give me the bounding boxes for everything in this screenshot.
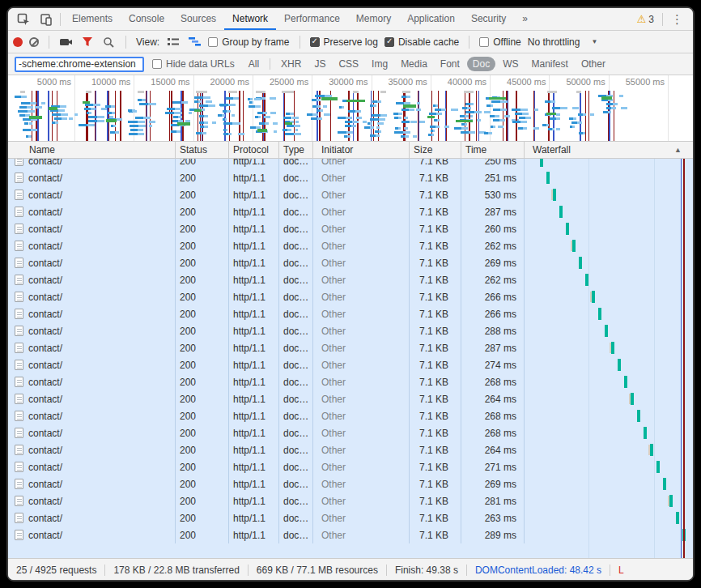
table-row[interactable]: contact/200http/1.1doc…Other7.1 KB266 ms — [8, 288, 693, 305]
filter-pill-img[interactable]: Img — [366, 57, 393, 71]
waterfall-bar — [644, 427, 647, 439]
devtools-menu-icon[interactable]: ⋮ — [666, 12, 688, 27]
table-row[interactable]: contact/200http/1.1doc…Other7.1 KB262 ms — [8, 271, 693, 288]
tab-performance[interactable]: Performance — [276, 8, 348, 30]
table-row[interactable]: contact/200http/1.1doc…Other7.1 KB530 ms — [8, 186, 693, 203]
table-row[interactable]: contact/200http/1.1doc…Other7.1 KB269 ms — [8, 254, 693, 271]
tab-application[interactable]: Application — [399, 8, 463, 30]
tab-memory[interactable]: Memory — [348, 8, 399, 30]
search-icon[interactable] — [101, 35, 116, 49]
tab-elements[interactable]: Elements — [64, 8, 121, 30]
tab-network[interactable]: Network — [224, 8, 276, 30]
filter-input[interactable] — [15, 57, 144, 72]
cell-waterfall — [525, 509, 693, 526]
filter-pill-js[interactable]: JS — [308, 57, 331, 71]
clear-network-log-icon[interactable] — [29, 37, 39, 47]
cell-protocol: http/1.1 — [229, 322, 279, 339]
table-row[interactable]: contact/200http/1.1doc…Other7.1 KB263 ms — [8, 509, 693, 526]
column-header-status[interactable]: Status — [176, 142, 229, 158]
disable-cache-checkbox[interactable]: Disable cache — [384, 36, 459, 48]
table-row[interactable]: contact/200http/1.1doc…Other7.1 KB262 ms — [8, 237, 693, 254]
table-row[interactable]: contact/200http/1.1doc…Other7.1 KB271 ms — [8, 458, 693, 475]
table-row[interactable]: contact/200http/1.1doc…Other7.1 KB268 ms — [8, 407, 693, 424]
table-row[interactable]: contact/200http/1.1doc…Other7.1 KB287 ms — [8, 203, 693, 220]
cell-name: contact/ — [8, 509, 176, 526]
filter-pill-xhr[interactable]: XHR — [275, 57, 307, 71]
tab-console[interactable]: Console — [121, 8, 172, 30]
document-icon — [15, 530, 23, 540]
cell-time: 260 ms — [461, 220, 525, 237]
column-header-type[interactable]: Type — [279, 142, 313, 158]
cell-type: doc… — [279, 509, 313, 526]
table-row[interactable]: contact/200http/1.1doc…Other7.1 KB269 ms — [8, 475, 693, 492]
table-row[interactable]: contact/200http/1.1doc…Other7.1 KB251 ms — [8, 169, 693, 186]
capture-screenshots-icon[interactable] — [59, 35, 74, 49]
record-network-log-button[interactable] — [13, 37, 23, 47]
table-row[interactable]: contact/200http/1.1doc…Other7.1 KB281 ms — [8, 492, 693, 509]
cell-status: 200 — [176, 475, 229, 492]
column-header-size[interactable]: Size — [410, 142, 461, 158]
table-row[interactable]: contact/200http/1.1doc…Other7.1 KB268 ms — [8, 373, 693, 390]
cell-protocol: http/1.1 — [229, 458, 279, 475]
tab-[interactable]: » — [514, 8, 536, 30]
cell-protocol: http/1.1 — [229, 407, 279, 424]
cell-waterfall — [525, 288, 693, 305]
cell-size: 7.1 KB — [410, 203, 461, 220]
table-row[interactable]: contact/200http/1.1doc…Other7.1 KB264 ms — [8, 441, 693, 458]
filter-pill-all[interactable]: All — [243, 57, 265, 71]
request-name: contact/ — [28, 462, 62, 473]
waterfall-bar — [598, 308, 601, 320]
view-list-icon[interactable] — [166, 35, 181, 49]
filter-pill-media[interactable]: Media — [395, 57, 433, 71]
cell-status: 200 — [176, 441, 229, 458]
cell-time: 266 ms — [461, 288, 525, 305]
group-by-frame-checkbox[interactable]: Group by frame — [208, 36, 289, 48]
tab-sources[interactable]: Sources — [172, 8, 224, 30]
table-row[interactable]: contact/200http/1.1doc…Other7.1 KB268 ms — [8, 424, 693, 441]
table-row[interactable]: contact/200http/1.1doc…Other7.1 KB250 ms — [8, 159, 693, 169]
network-overview[interactable]: 5000 ms10000 ms15000 ms20000 ms25000 ms3… — [8, 75, 693, 142]
filter-pill-css[interactable]: CSS — [333, 57, 364, 71]
checkbox-unchecked-icon — [152, 59, 162, 69]
waterfall-bar — [546, 172, 550, 184]
table-row[interactable]: contact/200http/1.1doc…Other7.1 KB289 ms — [8, 526, 693, 543]
filter-pill-doc[interactable]: Doc — [467, 57, 495, 71]
cell-status: 200 — [176, 322, 229, 339]
table-row[interactable]: contact/200http/1.1doc…Other7.1 KB260 ms — [8, 220, 693, 237]
cell-name: contact/ — [8, 492, 176, 509]
column-header-protocol[interactable]: Protocol — [229, 142, 279, 158]
table-row[interactable]: contact/200http/1.1doc…Other7.1 KB274 ms — [8, 356, 693, 373]
filter-pill-font[interactable]: Font — [435, 57, 465, 71]
filter-icon[interactable] — [80, 35, 95, 49]
filter-pill-ws[interactable]: WS — [497, 57, 524, 71]
cell-waterfall — [525, 492, 693, 509]
cell-protocol: http/1.1 — [229, 424, 279, 441]
hide-data-urls-checkbox[interactable]: Hide data URLs — [152, 58, 235, 70]
offline-checkbox[interactable]: Offline — [479, 36, 520, 48]
preserve-log-checkbox[interactable]: Preserve log — [310, 36, 378, 48]
cell-time: 264 ms — [461, 390, 525, 407]
table-row[interactable]: contact/200http/1.1doc…Other7.1 KB287 ms — [8, 339, 693, 356]
device-toolbar-icon[interactable] — [39, 12, 53, 27]
column-header-initiator[interactable]: Initiator — [313, 142, 410, 158]
column-header-waterfall[interactable]: Waterfall▲ — [525, 142, 693, 158]
cell-waterfall — [525, 186, 693, 203]
divider — [60, 13, 61, 26]
filter-pill-other[interactable]: Other — [576, 57, 611, 71]
cell-name: contact/ — [8, 373, 176, 390]
column-header-name[interactable]: Name — [8, 142, 176, 158]
table-row[interactable]: contact/200http/1.1doc…Other7.1 KB266 ms — [8, 305, 693, 322]
tab-security[interactable]: Security — [463, 8, 514, 30]
console-warnings-badge[interactable]: ⚠ 3 — [632, 14, 659, 25]
cell-initiator: Other — [313, 373, 410, 390]
inspect-element-icon[interactable] — [16, 12, 31, 27]
view-waterfall-icon[interactable] — [187, 35, 202, 49]
table-row[interactable]: contact/200http/1.1doc…Other7.1 KB264 ms — [8, 390, 693, 407]
cell-type: doc… — [279, 458, 313, 475]
table-row[interactable]: contact/200http/1.1doc…Other7.1 KB288 ms — [8, 322, 693, 339]
cell-protocol: http/1.1 — [229, 339, 279, 356]
divider — [270, 58, 270, 70]
throttling-dropdown[interactable]: No throttling ▼ — [528, 36, 598, 48]
column-header-time[interactable]: Time — [461, 142, 525, 158]
filter-pill-manifest[interactable]: Manifest — [526, 57, 574, 71]
